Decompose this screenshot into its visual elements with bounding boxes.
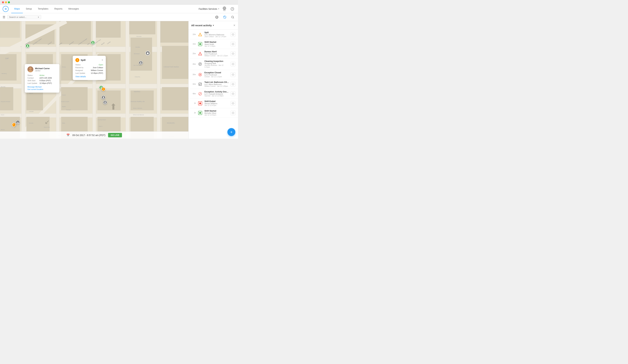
close-traffic-light[interactable] xyxy=(2,1,4,3)
toolbar: ☰ ▼ xyxy=(0,13,238,21)
worker-contact: (237) 225 3256 xyxy=(39,77,52,79)
activity-item-overdue[interactable]: 48m Exception: Activity Overdue Lvl 1 Ca… xyxy=(189,89,238,99)
svg-line-156 xyxy=(199,93,201,94)
worker-last-update: 12:46pm (PST) xyxy=(39,82,52,84)
spill-view-details-link[interactable]: View details xyxy=(75,75,103,78)
activity-icon-shift-start-2 xyxy=(197,110,203,116)
svg-text:Zenicure Healthy Life: Zenicure Healthy Life xyxy=(131,101,145,102)
nav-right: Facilities Services ▼ PST ? xyxy=(199,6,235,12)
activity-item-checklist[interactable]: 42m Task List: Bathroom CHeclist Lvl 1 M… xyxy=(189,79,238,89)
activity-target-8[interactable] xyxy=(231,111,235,115)
svg-point-94 xyxy=(27,45,28,46)
svg-text:!: ! xyxy=(200,34,200,36)
activity-chevron-icon[interactable]: ▼ xyxy=(212,24,214,27)
activity-target-6[interactable] xyxy=(231,91,235,96)
svg-point-164 xyxy=(233,103,233,104)
fullscreen-traffic-light[interactable] xyxy=(8,1,10,3)
svg-text:Coach: Coach xyxy=(62,94,66,96)
traffic-lights xyxy=(2,1,10,3)
map-pin-clean-2[interactable] xyxy=(16,120,20,124)
activity-icon-overdue xyxy=(197,91,203,96)
globe-toolbar-icon[interactable] xyxy=(214,14,220,20)
search-box[interactable]: ▼ xyxy=(7,15,41,19)
activity-item-spill[interactable]: 10m ! Spill Lvl 1 Womens Bathroom Jose C… xyxy=(189,30,238,39)
activity-icon-cleaning xyxy=(197,61,203,67)
go-live-button[interactable]: GO LIVE xyxy=(108,133,122,137)
svg-text:Bevilles: Bevilles xyxy=(136,46,140,48)
map-area[interactable]: Witchery Ted Baker London Jacqui E Polit… xyxy=(0,21,188,139)
nav-messages[interactable]: Messages xyxy=(66,5,82,13)
spill-status: Open xyxy=(99,64,103,66)
activity-target-4[interactable] xyxy=(231,72,235,77)
map-pin-warning-2[interactable]: ! xyxy=(101,87,105,91)
get-location-link[interactable]: Get current location xyxy=(27,88,57,90)
svg-text:Mimco: Mimco xyxy=(1,129,5,130)
svg-rect-18 xyxy=(160,21,188,43)
activity-item-cleaning[interactable]: 26m Cleaning Insepction Shopping Mall Je… xyxy=(189,59,238,70)
svg-point-134 xyxy=(233,64,233,64)
activity-target-5[interactable] xyxy=(231,82,235,86)
activity-icon-checklist xyxy=(197,82,203,87)
activity-target-3[interactable] xyxy=(231,62,235,66)
svg-text:Wheel and Barrow: Wheel and Barrow xyxy=(133,114,144,116)
toolbar-right xyxy=(214,14,235,20)
message-worker-link[interactable]: Message Michael xyxy=(27,86,57,88)
org-selector[interactable]: Facilities Services ▼ xyxy=(199,7,220,10)
svg-text:GAP: GAP xyxy=(5,58,9,60)
map-pin-person-8[interactable] xyxy=(139,61,143,65)
nav-reports[interactable]: Reports xyxy=(51,5,66,13)
search-dropdown-icon[interactable]: ▼ xyxy=(38,16,39,18)
spill-last-update: 12:46pm (PST) xyxy=(91,72,103,74)
svg-point-124 xyxy=(233,53,233,54)
activity-target-2[interactable] xyxy=(231,51,235,56)
activity-item-shift-end[interactable]: 1h Shift Ended Steven Williams Jan 12 12… xyxy=(189,99,238,108)
map-pin-person-6[interactable] xyxy=(101,95,105,99)
activity-target-0[interactable] xyxy=(231,32,235,37)
nav-setup[interactable]: Setup xyxy=(23,5,35,13)
svg-point-110 xyxy=(233,34,233,35)
activity-target-7[interactable] xyxy=(231,101,235,106)
svg-point-100 xyxy=(105,101,106,102)
map-bottom-bar: 📅 09 Oct 2017 - 8:57:52 am (PDT) GO LIVE xyxy=(0,131,188,139)
nav-templates[interactable]: Templates xyxy=(35,5,51,13)
activity-close-button[interactable]: × xyxy=(233,23,235,27)
app-logo[interactable]: ⊕ xyxy=(3,6,8,12)
navbar: ⊕ Maps Setup Templates Reports Messages … xyxy=(0,5,238,13)
map-pin-person-7[interactable] xyxy=(103,100,107,104)
svg-point-95 xyxy=(92,42,93,43)
svg-rect-45 xyxy=(162,87,188,110)
svg-rect-17 xyxy=(126,21,155,34)
search-input[interactable] xyxy=(9,16,37,18)
calendar-icon[interactable]: 📅 xyxy=(67,133,70,137)
svg-rect-44 xyxy=(162,46,188,79)
titlebar xyxy=(0,0,238,5)
svg-point-158 xyxy=(233,93,233,94)
add-fab-button[interactable]: + xyxy=(228,128,235,136)
map-pin-warning-1[interactable]: ! xyxy=(12,123,16,127)
help-nav-icon[interactable]: ? xyxy=(229,6,235,12)
activity-item-exception-closed[interactable]: 26m Exception Closed Lvl 2 Foodcourt Clo… xyxy=(189,70,238,79)
svg-rect-26 xyxy=(157,21,160,139)
activity-item-shift-start-2[interactable]: 2h Shift Started Michelle Oliver Jan 12 … xyxy=(189,108,238,118)
activity-icon-shift-end xyxy=(197,101,203,106)
svg-text:Colonial Fresh Markets: Colonial Fresh Markets xyxy=(164,66,179,68)
worker-status: Active xyxy=(39,74,44,76)
svg-rect-42 xyxy=(131,90,154,110)
search-toolbar-icon[interactable] xyxy=(230,14,235,20)
activity-target-1[interactable] xyxy=(231,42,235,46)
history-toolbar-icon[interactable] xyxy=(222,14,228,20)
activity-item-shift-start-1[interactable]: 15m Shift Started Janet Smith Jan 12 1:3… xyxy=(189,39,238,49)
map-pin-service-1[interactable] xyxy=(146,51,150,56)
activity-icon-exception-closed xyxy=(197,72,203,77)
map-pin-person-1[interactable] xyxy=(26,44,30,48)
globe-nav-icon[interactable]: PST xyxy=(222,6,228,12)
hamburger-menu[interactable]: ☰ xyxy=(3,15,5,19)
map-pin-person-2[interactable] xyxy=(91,41,95,45)
nav-maps[interactable]: Maps xyxy=(11,5,23,13)
svg-point-101 xyxy=(140,62,141,63)
activity-item-duress[interactable]: 25m ! Duress Alert! Lvl 2 Foodcourt Will… xyxy=(189,49,238,59)
svg-point-116 xyxy=(233,44,233,44)
svg-point-104 xyxy=(17,121,18,122)
minimize-traffic-light[interactable] xyxy=(5,1,7,3)
spill-close-button[interactable]: × xyxy=(102,59,103,61)
